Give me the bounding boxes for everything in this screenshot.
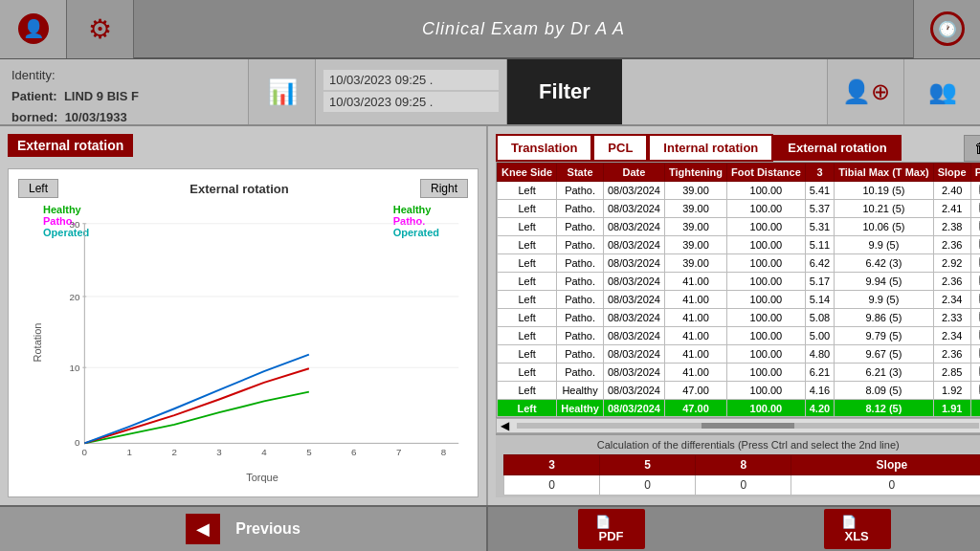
diff-val-5: 0 — [600, 475, 696, 496]
table-row[interactable]: LeftPatho.08/03/202439.00100.006.426.42 … — [498, 254, 981, 273]
plot-cell[interactable] — [970, 291, 980, 309]
diff-col-3: 3 — [504, 455, 600, 475]
date-row-2[interactable]: 10/03/2023 09:25 . — [323, 92, 499, 112]
cell-3: 47.00 — [665, 400, 727, 417]
table-row[interactable]: LeftHealthy08/03/202447.00100.004.168.09… — [498, 382, 981, 400]
scroll-track[interactable] — [517, 423, 979, 429]
profile-button[interactable]: 👤 — [0, 0, 67, 58]
scroll-thumb[interactable] — [702, 423, 794, 429]
tab-translation[interactable]: Translation — [496, 134, 592, 162]
cell-5: 5.08 — [805, 309, 834, 327]
cell-1: Healthy — [557, 382, 604, 400]
cell-4: 100.00 — [727, 327, 806, 345]
cell-4: 100.00 — [727, 200, 806, 218]
pdf-button[interactable]: 📄 PDF — [578, 510, 645, 548]
borned-row: borned: 10/03/1933 — [11, 107, 236, 128]
plot-cell[interactable]: ✕ — [970, 400, 980, 417]
cell-1: Patho. — [557, 254, 604, 273]
plot-cell[interactable] — [970, 345, 980, 364]
settings-button[interactable]: ⚙ — [67, 0, 134, 58]
patients-button[interactable]: 👥 — [903, 59, 980, 124]
svg-text:4: 4 — [261, 447, 267, 457]
pdf-label: PDF — [599, 529, 624, 543]
plot-cell[interactable] — [970, 182, 980, 200]
filter-button[interactable]: Filter — [507, 59, 622, 124]
cell-5: 5.17 — [805, 273, 834, 291]
tab-external-rotation[interactable]: External rotation — [773, 135, 901, 161]
plot-cell[interactable] — [970, 327, 980, 345]
cell-6: 9.9 (5) — [835, 291, 934, 309]
chart-svg: 30 20 10 0 0 1 2 3 4 5 — [56, 202, 468, 470]
table-row[interactable]: LeftPatho.08/03/202441.00100.006.216.21 … — [498, 364, 981, 382]
cell-3: 41.00 — [665, 327, 727, 345]
diff-text: Calculation of the differentials (Press … — [597, 439, 900, 451]
clock-button[interactable]: 🕐 — [913, 0, 980, 58]
horizontal-scrollbar[interactable]: ◀ ▶ — [496, 418, 980, 433]
cell-7: 2.38 — [933, 218, 970, 236]
cell-4: 100.00 — [727, 309, 806, 327]
cell-1: Patho. — [557, 327, 604, 345]
cell-3: 47.00 — [665, 382, 727, 400]
right-button[interactable]: Right — [420, 179, 468, 198]
gear-icon: ⚙ — [88, 13, 112, 45]
plot-cell[interactable] — [970, 254, 980, 273]
table-row[interactable]: LeftPatho.08/03/202439.00100.005.3110.06… — [498, 218, 981, 236]
col-slope: Slope — [933, 164, 970, 182]
back-arrow[interactable]: ◀ — [186, 514, 220, 544]
cell-6: 6.42 (3) — [835, 254, 934, 273]
left-button[interactable]: Left — [18, 179, 58, 198]
cell-5: 5.41 — [805, 182, 834, 200]
col-date: Date — [603, 164, 664, 182]
scroll-left-arrow[interactable]: ◀ — [497, 419, 513, 432]
cell-0: Left — [498, 400, 557, 417]
date-row-1[interactable]: 10/03/2023 09:25 . — [323, 70, 499, 90]
plot-cell[interactable] — [970, 309, 980, 327]
plot-cell[interactable] — [970, 273, 980, 291]
cell-6: 8.09 (5) — [835, 382, 934, 400]
cell-3: 39.00 — [665, 182, 727, 200]
table-row[interactable]: LeftHealthy08/03/202447.00100.004.208.12… — [498, 400, 981, 417]
table-scroll[interactable]: Knee Side State Date Tightening Foot Dis… — [496, 162, 980, 418]
patient-bar: Identity: Patient: LIND 9 BIS F borned: … — [0, 59, 980, 126]
table-row[interactable]: LeftPatho.08/03/202441.00100.005.009.79 … — [498, 327, 981, 345]
tabs-row: Translation PCL Internal rotation Extern… — [496, 134, 980, 162]
plot-cell[interactable] — [970, 382, 980, 400]
tab-internal-rotation[interactable]: Internal rotation — [648, 134, 773, 162]
cell-7: 2.34 — [933, 291, 970, 309]
cell-6: 6.21 (3) — [835, 364, 934, 382]
xls-button[interactable]: 📄 XLS — [824, 510, 891, 548]
footer-right: 📄 PDF 📄 XLS — [488, 507, 980, 551]
cell-6: 10.21 (5) — [835, 200, 934, 218]
cell-5: 4.16 — [805, 382, 834, 400]
tab-pcl[interactable]: PCL — [592, 134, 648, 162]
cell-0: Left — [498, 236, 557, 254]
diff-val-8: 0 — [696, 475, 791, 496]
plot-cell[interactable] — [970, 236, 980, 254]
cell-3: 39.00 — [665, 200, 727, 218]
table-row[interactable]: LeftPatho.08/03/202439.00100.005.4110.19… — [498, 182, 981, 200]
cell-4: 100.00 — [727, 291, 806, 309]
plot-cell[interactable] — [970, 200, 980, 218]
borned-label: borned: — [11, 110, 57, 124]
add-patient-button[interactable]: 👤⊕ — [827, 59, 903, 124]
date-area: 10/03/2023 09:25 . 10/03/2023 09:25 . — [316, 59, 507, 124]
svg-text:1: 1 — [127, 447, 132, 457]
plot-cell[interactable] — [970, 364, 980, 382]
table-row[interactable]: LeftPatho.08/03/202439.00100.005.119.9 (… — [498, 236, 981, 254]
prev-section[interactable]: ◀ Previous — [0, 507, 488, 551]
calculator-button[interactable]: 📊 — [249, 59, 316, 124]
main-content: External rotation Left External rotation… — [0, 126, 980, 505]
delete-button[interactable]: 🗑 — [964, 135, 980, 162]
chart-container: Left External rotation Right Healthy Pat… — [8, 168, 479, 497]
cell-1: Patho. — [557, 345, 604, 364]
table-row[interactable]: LeftPatho.08/03/202441.00100.005.179.94 … — [498, 273, 981, 291]
plot-cell[interactable] — [970, 218, 980, 236]
persons-icon: 👥 — [928, 78, 957, 105]
table-row[interactable]: LeftPatho.08/03/202441.00100.005.149.9 (… — [498, 291, 981, 309]
table-row[interactable]: LeftPatho.08/03/202441.00100.005.089.86 … — [498, 309, 981, 327]
table-row[interactable]: LeftPatho.08/03/202439.00100.005.3710.21… — [498, 200, 981, 218]
svg-text:6: 6 — [351, 447, 356, 457]
cell-5: 5.31 — [805, 218, 834, 236]
table-row[interactable]: LeftPatho.08/03/202441.00100.004.809.67 … — [498, 345, 981, 364]
cell-3: 39.00 — [665, 218, 727, 236]
